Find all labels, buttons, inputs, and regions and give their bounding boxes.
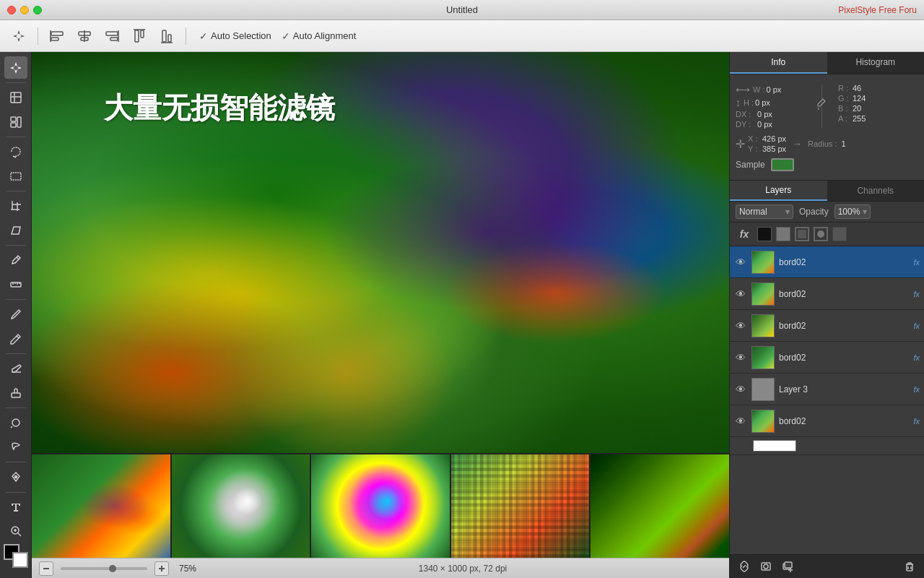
thumbnail-3[interactable] — [311, 454, 451, 558]
close-button[interactable] — [7, 6, 16, 14]
layer-adjustment-button[interactable] — [776, 227, 790, 241]
layer-visibility-2[interactable]: 👁 — [734, 288, 747, 301]
layer-thumbnail-6 — [751, 410, 775, 433]
tab-info[interactable]: Info — [730, 52, 827, 74]
slice-tool[interactable] — [4, 87, 27, 109]
info-whrgba: ⟷ W : 0 px ↕ H : 0 px DX : 0 px DY : — [736, 80, 918, 132]
tab-layers[interactable]: Layers — [730, 181, 827, 201]
zoom-in-button[interactable] — [154, 561, 169, 576]
thumbnail-1[interactable] — [32, 454, 172, 558]
layer-option-button[interactable] — [832, 227, 847, 241]
maximize-button[interactable] — [33, 6, 42, 14]
thumbnail-strip — [32, 453, 729, 558]
crop-tool[interactable] — [4, 195, 27, 217]
titlebar: Untitled PixelStyle Free Foru — [0, 0, 924, 20]
info-b-value: 20 — [853, 104, 861, 113]
layer-visibility-4[interactable]: 👁 — [734, 351, 747, 364]
color-picker[interactable] — [4, 544, 28, 568]
dodge-tool[interactable] — [4, 412, 27, 434]
layer-visibility-1[interactable]: 👁 — [734, 256, 747, 269]
info-y-row: Y : 385 px — [748, 144, 786, 154]
svg-marker-39 — [12, 365, 21, 372]
canvas-text-overlay: 大量无损智能滤镜 — [104, 88, 335, 128]
info-b-label: B : — [838, 104, 851, 113]
zoom-slider[interactable] — [61, 567, 147, 570]
ruler-tool[interactable] — [4, 273, 27, 296]
zoom-handle[interactable] — [109, 565, 116, 572]
layer-visibility-6[interactable]: 👁 — [734, 415, 747, 428]
pencil-tool[interactable] — [4, 327, 27, 350]
eyedropper-tool[interactable] — [4, 249, 27, 272]
blend-mode-select[interactable]: Normal ▾ — [736, 204, 793, 219]
layer-fill-button[interactable] — [757, 227, 772, 241]
info-h-value: 0 px — [755, 98, 770, 107]
link-layers-button[interactable] — [736, 558, 753, 575]
app-name[interactable]: PixelStyle Free Foru — [838, 5, 917, 15]
lasso-tool[interactable] — [4, 141, 27, 163]
layer-name-1: bord02 — [779, 257, 909, 267]
thumbnail-2[interactable] — [172, 454, 312, 558]
eraser-tool[interactable] — [4, 358, 27, 380]
info-a-row: A : 255 — [838, 113, 918, 124]
pen-tool[interactable] — [4, 466, 27, 488]
canvas-main[interactable]: 大量无损智能滤镜 — [32, 52, 729, 453]
auto-alignment-checkmark: ✓ — [282, 30, 290, 42]
layer-vector-mask-button[interactable] — [814, 227, 828, 241]
layer-visibility-3[interactable]: 👁 — [734, 319, 747, 332]
align-left-btn[interactable] — [45, 25, 69, 48]
layer-mask-button[interactable] — [795, 227, 809, 241]
layer-item-2[interactable]: 👁 bord02 fx — [730, 278, 924, 310]
layer-item-6[interactable]: 👁 bord02 fx — [730, 405, 924, 437]
thumbnail-5[interactable] — [590, 454, 729, 558]
align-right-btn[interactable] — [100, 25, 123, 48]
type-tool[interactable] — [4, 496, 27, 519]
layer-item-3[interactable]: 👁 bord02 fx — [730, 310, 924, 342]
move-tool-icon[interactable] — [7, 25, 30, 48]
svg-rect-22 — [11, 117, 16, 121]
layers-list: 👁 bord02 fx 👁 bord02 fx 👁 — [730, 246, 924, 554]
add-layer-mask-button[interactable] — [757, 558, 775, 575]
info-radius-row: Radius : 1 — [808, 139, 845, 149]
align-center-btn[interactable] — [73, 25, 96, 48]
tool-separator-2 — [6, 137, 26, 137]
marquee-tool[interactable] — [4, 165, 27, 187]
thumb-content-5 — [752, 379, 774, 400]
svg-rect-2 — [51, 32, 63, 35]
svg-rect-51 — [161, 566, 162, 571]
tab-channels[interactable]: Channels — [827, 181, 925, 201]
align-bottom-btn[interactable] — [155, 25, 178, 48]
layer-item-1[interactable]: 👁 bord02 fx — [730, 246, 924, 278]
svg-rect-41 — [12, 393, 20, 397]
thumbnail-4[interactable] — [451, 454, 591, 558]
opacity-label: Opacity — [799, 207, 829, 217]
align-top-btn[interactable] — [128, 25, 151, 48]
zoom-tool[interactable] — [4, 520, 27, 543]
tab-histogram[interactable]: Histogram — [827, 52, 925, 74]
brush-tool[interactable] — [4, 303, 27, 326]
minimize-button[interactable] — [20, 6, 29, 14]
stamp-tool[interactable] — [4, 381, 27, 404]
move-tool[interactable] — [4, 56, 27, 79]
fx-button[interactable]: fx — [736, 225, 753, 243]
tool-separator-8 — [6, 462, 26, 462]
add-layer-button[interactable] — [779, 558, 796, 575]
layer-thumbnail-1 — [751, 251, 775, 274]
perspective-crop-tool[interactable] — [4, 219, 27, 241]
background-color[interactable] — [12, 552, 28, 568]
smudge-tool[interactable] — [4, 436, 27, 458]
svg-rect-11 — [135, 30, 139, 42]
layer-fx-2: fx — [913, 290, 920, 298]
layer-name-5: Layer 3 — [779, 384, 909, 394]
zoom-out-button[interactable] — [39, 561, 53, 576]
opacity-value[interactable]: 100% ▾ — [834, 204, 871, 219]
layer-visibility-5[interactable]: 👁 — [734, 383, 747, 396]
sample-color-swatch[interactable] — [771, 158, 794, 171]
delete-layer-button[interactable] — [901, 558, 918, 575]
info-g-row: G : 124 — [838, 93, 918, 103]
auto-selection-check[interactable]: ✓ Auto Selection — [199, 30, 271, 42]
slice-select-tool[interactable] — [4, 111, 27, 133]
layer-item-4[interactable]: 👁 bord02 fx — [730, 342, 924, 374]
layer-thumbnail-5 — [751, 378, 775, 401]
layer-item-5[interactable]: 👁 Layer 3 fx — [730, 374, 924, 405]
auto-alignment-check[interactable]: ✓ Auto Alignment — [282, 30, 356, 42]
